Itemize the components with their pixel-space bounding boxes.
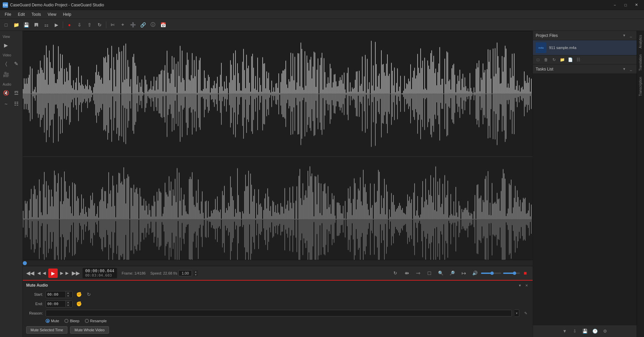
waveform-track-top[interactable] [23, 31, 533, 157]
position-thumb[interactable] [23, 261, 27, 265]
play-pause-button[interactable]: ▶ [48, 269, 58, 278]
panel-collapse-button[interactable]: ▼ [517, 283, 523, 288]
pf-folder-button[interactable]: 📁 [558, 56, 566, 63]
end-time-input[interactable] [46, 301, 65, 307]
project-files-pin[interactable]: ⎯ [628, 33, 634, 39]
menu-edit[interactable]: Edit [14, 11, 28, 18]
start-time-input[interactable] [46, 291, 65, 298]
reason-edit-button[interactable]: ✎ [522, 309, 529, 317]
zoom-in-button[interactable]: 🔎 [447, 269, 457, 278]
snap-button[interactable]: □ [425, 269, 434, 278]
start-set-cursor-button[interactable]: ✊ [75, 291, 83, 298]
import-button[interactable]: ▶ [52, 20, 61, 30]
zoom-slider[interactable] [503, 273, 520, 274]
minimize-button[interactable]: − [610, 1, 620, 9]
mute-radio-resample[interactable]: Resample [85, 319, 107, 323]
analytics-tab[interactable]: Analytics [638, 32, 643, 51]
mute-tool-button[interactable]: 🔇 [1, 88, 11, 98]
translation-tab[interactable]: Translation [638, 52, 643, 74]
pf-new-button[interactable]: □ [534, 56, 542, 63]
tasks-list-menu[interactable]: ▼ [621, 66, 627, 72]
tasks-list-pin[interactable]: ⎯ [628, 66, 634, 72]
close-button[interactable]: ✕ [631, 1, 641, 9]
speed-input[interactable] [178, 270, 192, 276]
tasks-settings-button[interactable]: ⚙ [601, 327, 609, 335]
panel-close-button[interactable]: ✕ [524, 283, 529, 288]
file-name: 911 sample.m4a [549, 46, 576, 50]
step-forward-button[interactable]: ►► [60, 269, 69, 278]
export-button[interactable]: 🖪 [32, 20, 41, 30]
menu-file[interactable]: File [1, 11, 14, 18]
audio-edit-button[interactable]: ☲ [11, 88, 21, 98]
save-button[interactable]: 💾 [21, 20, 31, 30]
volume-icon[interactable]: 🔊 [470, 269, 480, 278]
reason-dropdown[interactable]: ▼ [515, 309, 519, 317]
info-button[interactable]: ⓘ [148, 20, 158, 30]
share-button[interactable]: ⇧ [85, 20, 94, 30]
end-time-up[interactable]: ▲ [66, 301, 70, 304]
file-item[interactable]: m4a 911 sample.m4a [533, 40, 637, 55]
audio-tools-row: 🔇 ☲ [1, 88, 21, 98]
mute-radio-mute[interactable]: Mute [46, 319, 59, 323]
scrubber-bar[interactable] [23, 260, 533, 266]
play-tool-button[interactable]: ▶ [1, 41, 11, 50]
menu-tools[interactable]: Tools [28, 11, 44, 18]
record-button[interactable]: ● [65, 20, 74, 30]
download-button[interactable]: ⇩ [75, 20, 84, 30]
mute-whole-video-button[interactable]: Mute Whole Video [70, 326, 109, 334]
speed-up[interactable]: ▲ [193, 270, 198, 273]
menu-view[interactable]: View [44, 11, 60, 18]
tasks-save-button[interactable]: 💾 [581, 327, 589, 335]
pf-chart-button[interactable]: ☷ [575, 56, 582, 63]
link-button[interactable]: 🔗 [138, 20, 148, 30]
history-button[interactable]: ↻ [95, 20, 104, 30]
calendar-button[interactable]: 📅 [158, 20, 168, 30]
mark-in-button[interactable]: ⇻ [402, 269, 411, 278]
audio-analysis-button[interactable]: ☷ [11, 99, 21, 108]
speed-down[interactable]: ▼ [193, 273, 198, 276]
end-set-cursor-button[interactable]: ✊ [75, 300, 83, 307]
mute-radio-bleep[interactable]: Bleep [64, 319, 79, 323]
merge-button[interactable]: ➕ [128, 20, 138, 30]
scissors-button[interactable]: ⌖ [118, 20, 127, 30]
open-button[interactable]: 📁 [11, 20, 21, 30]
waveform-track-bottom[interactable] [23, 157, 533, 260]
menu-help[interactable]: Help [60, 11, 75, 18]
go-to-end-button[interactable]: ▶▶ [71, 269, 80, 278]
zoom-red-button[interactable]: ■ [521, 269, 530, 278]
bleep-radio-label: Bleep [70, 319, 79, 323]
go-to-start-button[interactable]: ◀◀ [25, 269, 35, 278]
fit-button[interactable]: ↦ [459, 269, 468, 278]
pf-refresh-button[interactable]: ↻ [550, 56, 558, 63]
end-time-down[interactable]: ▼ [66, 304, 70, 307]
edit-tool-button[interactable]: ✎ [11, 59, 21, 68]
waveform-button[interactable]: ~ [1, 99, 11, 108]
reason-input[interactable] [46, 310, 512, 317]
tasks-clock-button[interactable]: 🕐 [591, 327, 599, 335]
loop-button[interactable]: ↻ [390, 269, 400, 278]
select-tool-button[interactable]: 〈 [1, 59, 11, 68]
start-time-up[interactable]: ▲ [66, 291, 70, 294]
transcription-tab[interactable]: Transcription [638, 74, 643, 99]
maximize-button[interactable]: □ [621, 1, 631, 9]
tasks-down-button[interactable]: ⇩ [571, 327, 579, 335]
mark-out-button[interactable]: ⇾ [413, 269, 423, 278]
left-sidebar: View ▶ Video 〈 ✎ 🎥 Audio 🔇 ☲ ~ ☷ [0, 31, 23, 337]
tasks-add-button[interactable]: ▼ [561, 327, 569, 335]
capture-button[interactable]: ⚏ [42, 20, 51, 30]
start-sync-button[interactable]: ↻ [85, 291, 93, 298]
new-button[interactable]: □ [1, 20, 11, 30]
end-time-input-group[interactable]: ▲ ▼ [46, 300, 72, 307]
zoom-out-button[interactable]: 🔍 [436, 269, 445, 278]
step-back-button[interactable]: ◄◄ [37, 269, 46, 278]
project-files-menu[interactable]: ▼ [621, 33, 627, 39]
waveform-area[interactable]: 01:00 02:00 [23, 31, 533, 260]
cut-button[interactable]: ✄ [108, 20, 117, 30]
mute-selected-time-button[interactable]: Mute Selected Time [26, 326, 67, 334]
volume-slider[interactable] [481, 273, 501, 274]
pf-delete-button[interactable]: 🗑 [542, 56, 550, 63]
camera-button[interactable]: 🎥 [1, 70, 11, 79]
start-time-input-group[interactable]: ▲ ▼ [46, 291, 72, 298]
pf-open-button[interactable]: 📄 [567, 56, 574, 63]
start-time-down[interactable]: ▼ [66, 294, 70, 297]
